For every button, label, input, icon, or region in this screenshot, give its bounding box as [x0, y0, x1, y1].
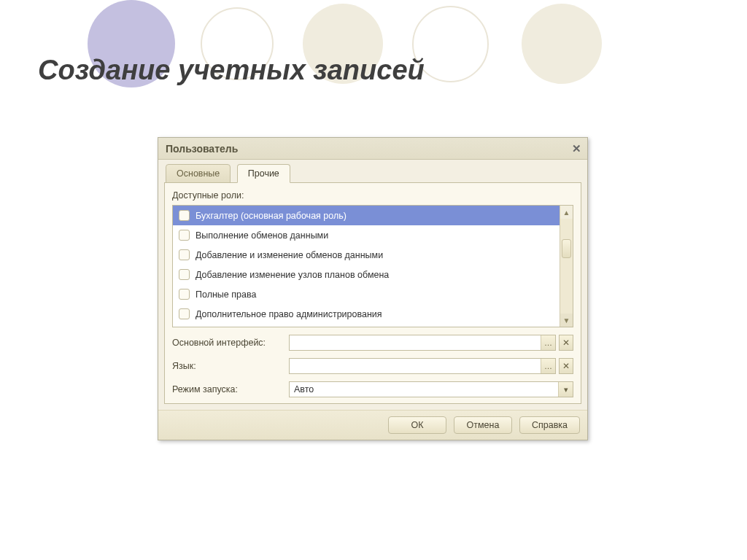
- role-label: Выполнение обменов данными: [196, 230, 328, 241]
- list-item[interactable]: Полные права: [173, 284, 560, 304]
- interface-value: [290, 335, 541, 350]
- list-item[interactable]: Добавление изменение узлов планов обмена: [173, 265, 560, 284]
- user-dialog: Пользователь ✕ Основные Прочие Доступные…: [158, 137, 588, 440]
- scrollbar-track[interactable]: [560, 219, 573, 314]
- list-item[interactable]: Добавление и изменение обменов данными: [173, 245, 560, 265]
- role-label: Дополнительное право администрирования: [196, 309, 382, 319]
- dialog-buttons: ОК Отмена Справка: [158, 410, 587, 440]
- cancel-button[interactable]: Отмена: [454, 416, 512, 434]
- clear-interface-button[interactable]: ✕: [559, 335, 573, 351]
- checkbox[interactable]: [179, 210, 190, 221]
- tabs: Основные Прочие: [158, 160, 587, 183]
- tab-panel-other: Доступные роли: Бухгалтер (основная рабо…: [164, 183, 581, 404]
- role-label: Бухгалтер (основная рабочая роль): [196, 211, 347, 221]
- scroll-down-icon[interactable]: ▼: [560, 314, 573, 327]
- roles-listbox[interactable]: Бухгалтер (основная рабочая роль) Выполн…: [172, 205, 573, 327]
- language-label: Язык:: [172, 361, 289, 371]
- chevron-down-icon[interactable]: ▾: [558, 382, 573, 397]
- language-value: [290, 359, 541, 373]
- scrollbar[interactable]: ▲ ▼: [560, 206, 573, 327]
- ok-button[interactable]: ОК: [388, 416, 446, 434]
- help-button[interactable]: Справка: [519, 416, 580, 434]
- tab-main[interactable]: Основные: [166, 164, 231, 183]
- role-label: Добавление и изменение обменов данными: [196, 250, 383, 260]
- language-row: Язык: … ✕: [172, 358, 573, 374]
- launch-mode-row: Режим запуска: Авто ▾: [172, 381, 573, 397]
- dialog-title: Пользователь: [166, 143, 238, 155]
- checkbox[interactable]: [179, 308, 190, 319]
- checkbox[interactable]: [179, 249, 190, 260]
- checkbox[interactable]: [179, 230, 190, 241]
- list-item[interactable]: Выполнение обменов данными: [173, 225, 560, 245]
- launch-mode-select[interactable]: Авто ▾: [289, 381, 573, 397]
- ellipsis-icon[interactable]: …: [541, 359, 555, 373]
- list-item[interactable]: Бухгалтер (основная рабочая роль): [173, 206, 560, 225]
- close-icon[interactable]: ✕: [570, 143, 582, 155]
- list-item[interactable]: Дополнительное право администрирования: [173, 304, 560, 324]
- checkbox[interactable]: [179, 269, 190, 280]
- scrollbar-thumb[interactable]: [562, 239, 571, 258]
- page-title: Создание учетных записей: [38, 55, 425, 86]
- clear-language-button[interactable]: ✕: [559, 358, 573, 374]
- role-label: Добавление изменение узлов планов обмена: [196, 270, 389, 280]
- role-label: Полные права: [196, 289, 256, 300]
- language-picker[interactable]: …: [289, 358, 556, 374]
- dialog-titlebar[interactable]: Пользователь ✕: [158, 138, 587, 160]
- interface-row: Основной интерфейс: … ✕: [172, 335, 573, 351]
- decor-circle: [522, 4, 602, 84]
- scroll-up-icon[interactable]: ▲: [560, 206, 573, 219]
- roles-label: Доступные роли:: [172, 190, 573, 201]
- interface-picker[interactable]: …: [289, 335, 556, 351]
- ellipsis-icon[interactable]: …: [541, 335, 555, 350]
- launch-mode-value: Авто: [290, 382, 558, 397]
- checkbox[interactable]: [179, 289, 190, 300]
- tab-other[interactable]: Прочие: [237, 164, 290, 183]
- launch-mode-label: Режим запуска:: [172, 384, 289, 394]
- interface-label: Основной интерфейс:: [172, 338, 289, 348]
